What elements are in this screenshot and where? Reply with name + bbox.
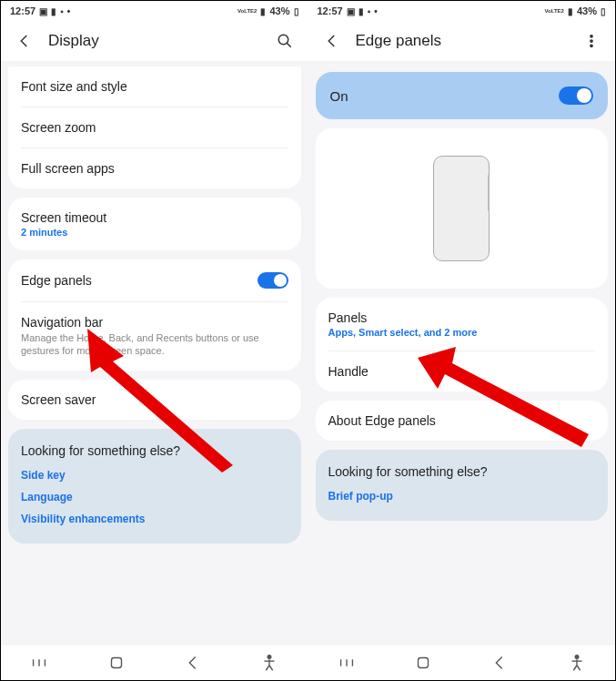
svg-line-23 (577, 666, 581, 671)
on-label: On (330, 88, 348, 104)
display-group-3: Edge panels Navigation bar Manage the Ho… (8, 259, 301, 371)
home-button[interactable] (106, 653, 126, 673)
search-icon[interactable] (276, 32, 294, 50)
svg-line-22 (573, 666, 577, 671)
signal-icon: ▮ (568, 6, 573, 16)
link-brief-popup[interactable]: Brief pop-up (328, 490, 596, 503)
master-toggle-card[interactable]: On (316, 72, 609, 119)
screen-saver-row[interactable]: Screen saver (21, 380, 288, 420)
looking-for-title: Looking for something else? (328, 464, 596, 479)
header: Display (1, 21, 308, 61)
font-size-row[interactable]: Font size and style (21, 66, 288, 107)
back-icon[interactable] (323, 32, 341, 50)
handle-row[interactable]: Handle (328, 351, 596, 391)
edge-panels-screen: 12:57 ▣ ▮ ▪ • VoLTE2 ▮ 43% ▯ Edge panels… (308, 1, 616, 680)
page-title: Edge panels (356, 32, 569, 50)
lte-icon: VoLTE2 (545, 8, 564, 14)
status-bar: 12:57 ▣ ▮ ▪ • VoLTE2 ▮ 43% ▯ (308, 1, 616, 21)
svg-rect-18 (419, 658, 429, 668)
camera-icon: ▣ (347, 6, 355, 16)
svg-line-10 (269, 666, 273, 671)
panels-row[interactable]: Panels Apps, Smart select, and 2 more (328, 298, 596, 351)
back-button[interactable] (490, 653, 510, 673)
home-button[interactable] (413, 653, 433, 673)
bag-icon: ▮ (358, 6, 364, 16)
edge-panels-row[interactable]: Edge panels (21, 259, 288, 302)
phone-preview-icon (433, 156, 490, 261)
back-icon[interactable] (15, 32, 34, 50)
screen-zoom-row[interactable]: Screen zoom (21, 107, 288, 148)
nav-bar (1, 645, 308, 680)
dot-icon: • (67, 6, 71, 16)
clock: 12:57 (318, 5, 343, 16)
recents-button[interactable] (29, 653, 49, 673)
display-group-4: Screen saver (8, 380, 301, 420)
signal-icon: ▮ (260, 6, 266, 16)
svg-line-9 (267, 666, 270, 671)
bag-icon: ▮ (51, 6, 56, 16)
chat-icon: ▪ (60, 6, 64, 16)
battery-pct: 43% (577, 5, 597, 16)
edge-group-2: About Edge panels (316, 401, 609, 441)
svg-point-14 (591, 45, 592, 46)
svg-line-1 (287, 43, 291, 47)
svg-point-13 (591, 40, 592, 42)
display-settings-screen: 12:57 ▣ ▮ ▪ • VoLTE2 ▮ 43% ▯ Display Fon… (1, 1, 308, 680)
full-screen-apps-row[interactable]: Full screen apps (21, 148, 288, 188)
svg-point-6 (268, 656, 271, 659)
more-icon[interactable] (582, 32, 601, 50)
svg-point-19 (575, 656, 579, 659)
lte-icon: VoLTE2 (237, 8, 257, 14)
status-bar: 12:57 ▣ ▮ ▪ • VoLTE2 ▮ 43% ▯ (1, 1, 308, 21)
display-group-2: Screen timeout 2 minutes (8, 198, 301, 250)
accessibility-button[interactable] (259, 653, 279, 673)
battery-icon: ▯ (294, 6, 299, 16)
master-toggle[interactable] (559, 86, 593, 105)
panels-subtitle: Apps, Smart select, and 2 more (328, 327, 596, 338)
looking-for-card: Looking for something else? Brief pop-up (316, 450, 609, 521)
camera-icon: ▣ (39, 6, 47, 16)
svg-rect-5 (111, 658, 121, 668)
navigation-bar-desc: Manage the Home, Back, and Recents butto… (21, 331, 288, 358)
recents-button[interactable] (337, 653, 357, 673)
link-visibility-enhancements[interactable]: Visibility enhancements (21, 513, 288, 525)
looking-for-card: Looking for something else? Side key Lan… (8, 429, 301, 544)
link-side-key[interactable]: Side key (21, 469, 288, 482)
chat-icon: ▪ (368, 6, 371, 16)
display-group-1: Font size and style Screen zoom Full scr… (8, 66, 301, 188)
edge-panels-toggle[interactable] (258, 272, 288, 289)
battery-icon: ▯ (601, 6, 606, 16)
accessibility-button[interactable] (567, 653, 587, 673)
svg-point-0 (278, 35, 288, 45)
header: Edge panels (308, 21, 616, 61)
svg-point-12 (591, 36, 592, 37)
dot-icon: • (374, 6, 378, 16)
navigation-bar-row[interactable]: Navigation bar Manage the Home, Back, an… (21, 302, 288, 371)
preview-card (316, 128, 609, 289)
clock: 12:57 (10, 5, 35, 16)
battery-pct: 43% (269, 5, 289, 16)
timeout-value: 2 minutes (21, 227, 288, 238)
nav-bar (308, 645, 616, 680)
edge-group-1: Panels Apps, Smart select, and 2 more Ha… (316, 298, 609, 391)
about-row[interactable]: About Edge panels (328, 401, 596, 441)
page-title: Display (48, 32, 261, 50)
link-language[interactable]: Language (21, 491, 288, 503)
looking-for-title: Looking for something else? (21, 443, 288, 458)
screen-timeout-row[interactable]: Screen timeout 2 minutes (21, 198, 288, 250)
back-button[interactable] (183, 653, 203, 673)
